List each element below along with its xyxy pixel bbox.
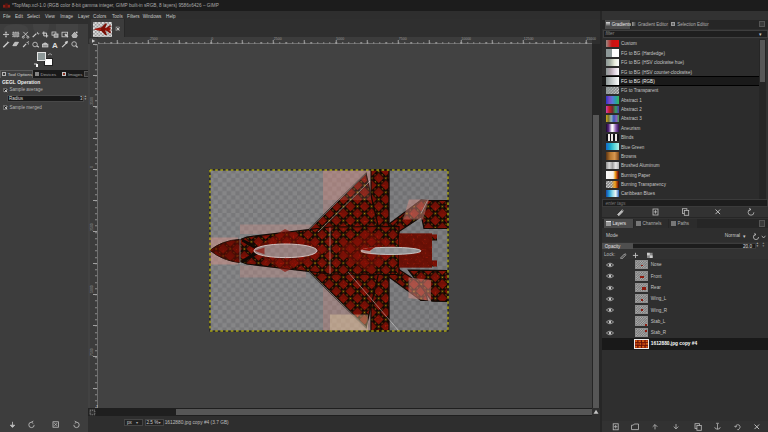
svg-text:A: A [52, 41, 58, 50]
